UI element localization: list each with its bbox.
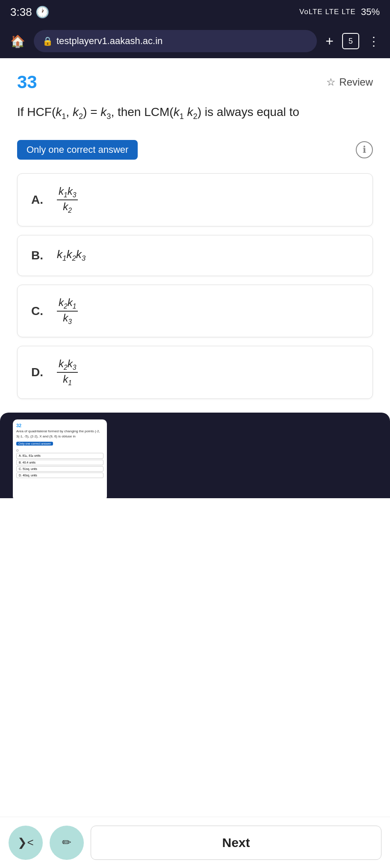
review-label: Review xyxy=(339,76,373,88)
question-number: 33 xyxy=(17,72,37,92)
tabs-count-button[interactable]: 5 xyxy=(342,33,359,49)
prev-question-preview: 32 Area of quadrilateral formed by chang… xyxy=(13,419,107,501)
option-d[interactable]: D. k2k3 k1 xyxy=(17,346,373,399)
status-bar: 3:38 🕐 VoLTE LTE LTE 35% xyxy=(0,0,390,24)
bottom-action-bar: ❯< ✏ Next xyxy=(0,817,390,868)
main-content: 33 ☆ Review If HCF(k1, k2) = k3, then LC… xyxy=(0,58,390,817)
option-c[interactable]: C. k2k1 k3 xyxy=(17,285,373,338)
lock-icon: 🔒 xyxy=(42,36,53,46)
edit-button[interactable]: ✏ xyxy=(50,826,84,860)
option-a[interactable]: A. k1k3 k2 xyxy=(17,173,373,226)
status-time: 3:38 🕐 xyxy=(10,6,49,19)
edit-icon: ✏ xyxy=(62,836,71,849)
share-button[interactable]: ❯< xyxy=(9,826,43,860)
time-display: 3:38 xyxy=(10,6,32,19)
browser-bar: 🏠 🔒 testplayerv1.aakash.ac.in + 5 ⋮ xyxy=(0,24,390,58)
answer-type-row: Only one correct answer ℹ xyxy=(17,140,373,160)
info-icon[interactable]: ℹ xyxy=(356,141,373,158)
answer-type-badge: Only one correct answer xyxy=(17,140,138,160)
url-bar[interactable]: 🔒 testplayerv1.aakash.ac.in xyxy=(34,30,317,52)
question-text: If HCF(k1, k2) = k3, then LCM(k1 k2) is … xyxy=(17,103,373,123)
option-b-label: B. xyxy=(31,249,47,262)
question-header: 33 ☆ Review xyxy=(17,72,373,92)
option-d-content: k2k3 k1 xyxy=(57,358,78,386)
tabs-count: 5 xyxy=(349,37,353,46)
star-icon: ☆ xyxy=(326,76,336,88)
url-text: testplayerv1.aakash.ac.in xyxy=(56,36,308,47)
signal-text: VoLTE LTE LTE xyxy=(299,8,356,16)
option-b-content: k1k2k3 xyxy=(57,248,86,263)
browser-menu-button[interactable]: ⋮ xyxy=(364,31,383,52)
next-button[interactable]: Next xyxy=(91,826,381,860)
option-c-label: C. xyxy=(31,304,47,318)
option-d-label: D. xyxy=(31,366,47,379)
option-a-label: A. xyxy=(31,193,47,207)
battery-display: 35% xyxy=(361,6,380,18)
option-a-content: k1k3 k2 xyxy=(57,186,78,214)
share-icon: ❯< xyxy=(18,836,33,849)
alarm-icon: 🕐 xyxy=(35,6,49,19)
options-container: A. k1k3 k2 B. k1k2k3 C. k2k1 k3 xyxy=(17,173,373,399)
status-right: VoLTE LTE LTE 35% xyxy=(299,6,380,18)
option-c-content: k2k1 k3 xyxy=(57,297,78,325)
new-tab-button[interactable]: + xyxy=(322,30,337,53)
option-b[interactable]: B. k1k2k3 xyxy=(17,235,373,276)
review-button[interactable]: ☆ Review xyxy=(326,76,373,88)
preview-overlay: 32 Area of quadrilateral formed by chang… xyxy=(0,413,390,498)
home-button[interactable]: 🏠 xyxy=(7,31,29,52)
